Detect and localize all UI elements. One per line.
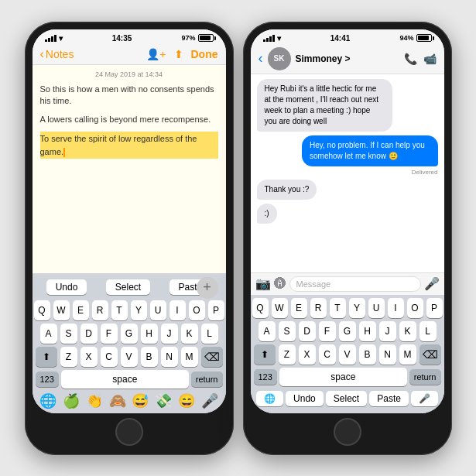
- space-key[interactable]: space: [61, 370, 189, 389]
- key-t[interactable]: T: [111, 300, 128, 320]
- select-button[interactable]: Select: [106, 279, 150, 295]
- key-v[interactable]: V: [121, 347, 138, 367]
- emoji-globe-icon[interactable]: 🌐: [39, 392, 57, 409]
- key-e[interactable]: E: [73, 300, 89, 320]
- msg-key-k[interactable]: K: [399, 321, 416, 341]
- return-key[interactable]: return: [191, 372, 223, 387]
- video-icon[interactable]: 📹: [423, 53, 437, 65]
- msg-key-n[interactable]: N: [379, 344, 396, 365]
- msg-undo-button[interactable]: Undo: [286, 391, 324, 406]
- right-status-bar: ▾ 14:41 94%: [251, 29, 444, 44]
- phone-bottom-left: [33, 413, 226, 447]
- key-f[interactable]: F: [101, 324, 118, 344]
- share-icon[interactable]: ⬆: [174, 48, 183, 60]
- home-button-left[interactable]: [115, 418, 143, 446]
- msg-key-g[interactable]: G: [339, 321, 356, 341]
- msg-key-p[interactable]: P: [426, 298, 443, 318]
- undo-button[interactable]: Undo: [46, 279, 87, 295]
- msg-key-d[interactable]: D: [299, 321, 316, 341]
- key-k[interactable]: K: [181, 324, 198, 344]
- key-u[interactable]: U: [150, 300, 166, 320]
- msg-key-o[interactable]: O: [407, 298, 423, 318]
- key-s[interactable]: S: [60, 324, 77, 344]
- key-j[interactable]: J: [161, 324, 178, 344]
- key-q[interactable]: Q: [34, 300, 50, 320]
- msg-key-u[interactable]: U: [368, 298, 385, 318]
- key-g[interactable]: G: [121, 324, 138, 344]
- key-w[interactable]: W: [53, 300, 70, 320]
- key-c[interactable]: C: [101, 347, 118, 367]
- key-h[interactable]: H: [141, 324, 158, 344]
- notes-keyboard[interactable]: Undo Select Paste Q W E R T Y U I O P: [33, 273, 226, 413]
- msg-space-key[interactable]: space: [279, 368, 407, 386]
- notes-done-button[interactable]: Done: [191, 48, 218, 60]
- key-a[interactable]: A: [40, 324, 57, 344]
- msg-key-q[interactable]: Q: [252, 298, 269, 318]
- msg-key-z[interactable]: Z: [279, 344, 296, 365]
- msg-key-c[interactable]: C: [319, 344, 336, 365]
- msg-key-s[interactable]: S: [279, 321, 296, 341]
- shift-key[interactable]: ⬆: [36, 347, 57, 367]
- apps-icon[interactable]: 🅐: [274, 277, 286, 291]
- msg-key-x[interactable]: X: [299, 344, 316, 365]
- msg-key-j[interactable]: J: [379, 321, 396, 341]
- notes-back-button[interactable]: ‹ Notes: [40, 47, 74, 61]
- key-i[interactable]: I: [170, 300, 186, 320]
- key-x[interactable]: X: [80, 347, 98, 367]
- emoji-sweat-icon[interactable]: 😅: [132, 392, 149, 409]
- notes-back-label: Notes: [46, 48, 74, 60]
- contact-name[interactable]: Simmoney >: [296, 53, 399, 64]
- key-d[interactable]: D: [80, 324, 98, 344]
- msg-key-m[interactable]: M: [399, 344, 416, 365]
- msg-key-f[interactable]: F: [319, 321, 336, 341]
- key-y[interactable]: Y: [131, 300, 147, 320]
- msg-key-h[interactable]: H: [359, 321, 376, 341]
- message-input[interactable]: Message: [289, 276, 421, 292]
- delete-key[interactable]: ⌫: [201, 347, 223, 367]
- msg-key-r[interactable]: R: [310, 298, 327, 318]
- msg-paste-button[interactable]: Paste: [369, 391, 409, 406]
- emoji-apple-icon[interactable]: 🍏: [63, 392, 80, 409]
- key-z[interactable]: Z: [60, 347, 77, 367]
- msg-keyboard-row-1: Q W E R T Y U I O P: [252, 298, 443, 318]
- home-button-right[interactable]: [334, 418, 361, 446]
- msg-key-b[interactable]: B: [359, 344, 376, 365]
- key-o[interactable]: O: [189, 300, 205, 320]
- key-m[interactable]: M: [181, 347, 198, 367]
- notes-paragraph2: A lowers calling is beyond mere recompen…: [40, 114, 218, 125]
- plus-button[interactable]: +: [197, 277, 218, 299]
- emoji-clap-icon[interactable]: 👏: [86, 392, 103, 409]
- key-b[interactable]: B: [141, 347, 158, 367]
- camera-icon[interactable]: 📷: [255, 276, 271, 291]
- msg-mic-btn[interactable]: 🎤: [411, 391, 438, 406]
- msg-delete-key[interactable]: ⌫: [419, 344, 441, 365]
- msg-key-l[interactable]: L: [419, 321, 437, 341]
- msg-key-t[interactable]: T: [330, 298, 346, 318]
- msg-select-button[interactable]: Select: [326, 391, 367, 406]
- microphone-icon[interactable]: 🎤: [424, 276, 440, 291]
- num-key[interactable]: 123: [36, 372, 59, 387]
- msg-key-y[interactable]: Y: [349, 298, 365, 318]
- phone-icon[interactable]: 📞: [404, 53, 417, 65]
- add-person-icon[interactable]: 👤+: [146, 48, 166, 60]
- key-p[interactable]: P: [208, 300, 224, 320]
- msg-shift-key[interactable]: ⬆: [254, 344, 276, 365]
- msg-num-key[interactable]: 123: [254, 369, 277, 385]
- key-r[interactable]: R: [92, 300, 108, 320]
- messages-back-button[interactable]: ‹: [259, 50, 263, 67]
- emoji-mic-icon[interactable]: 🎤: [201, 392, 218, 409]
- msg-key-e[interactable]: E: [291, 298, 307, 318]
- msg-return-key[interactable]: return: [409, 369, 441, 385]
- emoji-smile-icon[interactable]: 😄: [178, 392, 195, 409]
- msg-key-v[interactable]: V: [339, 344, 356, 365]
- emoji-monkey-icon[interactable]: 🙈: [109, 392, 126, 409]
- msg-key-w[interactable]: W: [272, 298, 288, 318]
- msg-key-i[interactable]: I: [388, 298, 404, 318]
- msg-keyboard-row-2: A S D F G H J K L: [252, 321, 443, 341]
- msg-key-a[interactable]: A: [259, 321, 276, 341]
- messages-keyboard[interactable]: Q W E R T Y U I O P A S D F G: [251, 295, 444, 413]
- key-l[interactable]: L: [201, 324, 218, 344]
- key-n[interactable]: N: [161, 347, 178, 367]
- emoji-money-icon[interactable]: 💸: [155, 392, 172, 409]
- msg-emoji-globe[interactable]: 🌐: [256, 391, 283, 406]
